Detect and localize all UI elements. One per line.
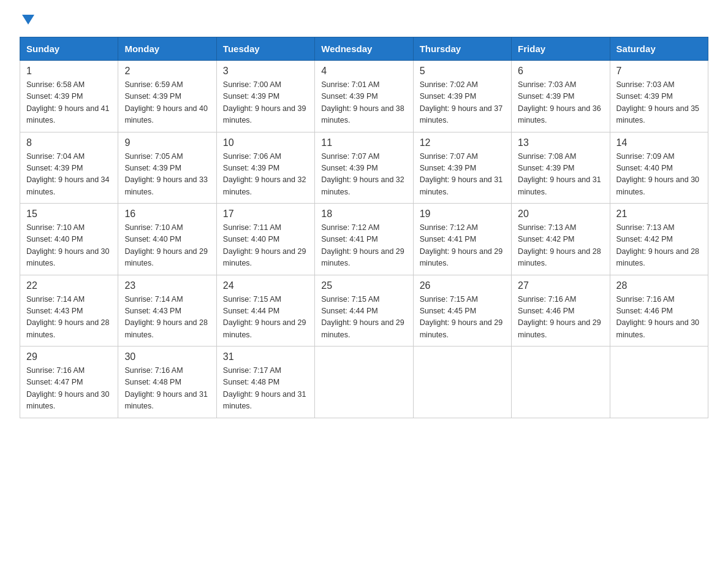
calendar-cell: 12Sunrise: 7:07 AMSunset: 4:39 PMDayligh… [413,132,511,204]
day-info: Sunrise: 7:15 AMSunset: 4:45 PMDaylight:… [420,294,505,342]
week-row-1: 1Sunrise: 6:58 AMSunset: 4:39 PMDaylight… [20,61,708,132]
week-row-3: 15Sunrise: 7:10 AMSunset: 4:40 PMDayligh… [20,204,708,275]
calendar-cell: 21Sunrise: 7:13 AMSunset: 4:42 PMDayligh… [610,204,708,275]
day-info: Sunrise: 7:02 AMSunset: 4:39 PMDaylight:… [420,79,505,127]
calendar-cell: 31Sunrise: 7:17 AMSunset: 4:48 PMDayligh… [216,347,314,418]
col-header-sunday: Sunday [20,37,118,61]
calendar-cell: 8Sunrise: 7:04 AMSunset: 4:39 PMDaylight… [20,132,118,204]
day-number: 31 [223,351,308,362]
day-number: 6 [518,66,603,77]
day-info: Sunrise: 7:14 AMSunset: 4:43 PMDaylight:… [26,294,112,342]
day-number: 30 [124,351,210,362]
day-info: Sunrise: 7:12 AMSunset: 4:41 PMDaylight:… [420,222,505,270]
day-info: Sunrise: 7:16 AMSunset: 4:46 PMDaylight:… [518,294,603,342]
week-row-5: 29Sunrise: 7:16 AMSunset: 4:47 PMDayligh… [20,347,708,418]
calendar-cell: 3Sunrise: 7:00 AMSunset: 4:39 PMDaylight… [216,61,314,132]
calendar-cell: 19Sunrise: 7:12 AMSunset: 4:41 PMDayligh… [413,204,511,275]
day-number: 19 [420,209,505,220]
calendar-cell: 16Sunrise: 7:10 AMSunset: 4:40 PMDayligh… [118,204,216,275]
day-number: 23 [124,280,210,291]
calendar-cell: 6Sunrise: 7:03 AMSunset: 4:39 PMDaylight… [512,61,610,132]
day-number: 13 [518,137,603,148]
page-header [20,15,708,25]
calendar-cell: 1Sunrise: 6:58 AMSunset: 4:39 PMDaylight… [20,61,118,132]
calendar-cell: 24Sunrise: 7:15 AMSunset: 4:44 PMDayligh… [216,275,314,347]
week-row-2: 8Sunrise: 7:04 AMSunset: 4:39 PMDaylight… [20,132,708,204]
calendar-cell: 17Sunrise: 7:11 AMSunset: 4:40 PMDayligh… [216,204,314,275]
day-number: 7 [616,66,702,77]
day-info: Sunrise: 7:12 AMSunset: 4:41 PMDaylight:… [321,222,406,270]
day-info: Sunrise: 7:03 AMSunset: 4:39 PMDaylight:… [518,79,603,127]
logo [20,15,34,25]
day-info: Sunrise: 6:58 AMSunset: 4:39 PMDaylight:… [26,79,112,127]
col-header-wednesday: Wednesday [315,37,413,61]
week-row-4: 22Sunrise: 7:14 AMSunset: 4:43 PMDayligh… [20,275,708,347]
day-number: 27 [518,280,603,291]
day-number: 17 [223,209,308,220]
day-info: Sunrise: 7:04 AMSunset: 4:39 PMDaylight:… [26,151,112,199]
calendar-cell [315,347,413,418]
calendar-cell: 11Sunrise: 7:07 AMSunset: 4:39 PMDayligh… [315,132,413,204]
day-info: Sunrise: 7:09 AMSunset: 4:40 PMDaylight:… [616,151,702,199]
calendar-cell: 2Sunrise: 6:59 AMSunset: 4:39 PMDaylight… [118,61,216,132]
calendar-cell: 5Sunrise: 7:02 AMSunset: 4:39 PMDaylight… [413,61,511,132]
day-info: Sunrise: 6:59 AMSunset: 4:39 PMDaylight:… [124,79,210,127]
day-info: Sunrise: 7:00 AMSunset: 4:39 PMDaylight:… [223,79,308,127]
day-info: Sunrise: 7:16 AMSunset: 4:46 PMDaylight:… [616,294,702,342]
day-number: 1 [26,66,112,77]
day-number: 26 [420,280,505,291]
calendar-cell [413,347,511,418]
calendar-cell: 15Sunrise: 7:10 AMSunset: 4:40 PMDayligh… [20,204,118,275]
calendar-cell: 28Sunrise: 7:16 AMSunset: 4:46 PMDayligh… [610,275,708,347]
day-info: Sunrise: 7:07 AMSunset: 4:39 PMDaylight:… [321,151,406,199]
col-header-saturday: Saturday [610,37,708,61]
calendar-cell: 13Sunrise: 7:08 AMSunset: 4:39 PMDayligh… [512,132,610,204]
day-number: 5 [420,66,505,77]
day-number: 9 [124,137,210,148]
day-info: Sunrise: 7:13 AMSunset: 4:42 PMDaylight:… [518,222,603,270]
day-info: Sunrise: 7:17 AMSunset: 4:48 PMDaylight:… [223,365,308,413]
col-header-friday: Friday [512,37,610,61]
day-number: 15 [26,209,112,220]
calendar-cell [610,347,708,418]
day-number: 28 [616,280,702,291]
day-number: 8 [26,137,112,148]
calendar-table: SundayMondayTuesdayWednesdayThursdayFrid… [20,37,708,418]
calendar-cell: 18Sunrise: 7:12 AMSunset: 4:41 PMDayligh… [315,204,413,275]
calendar-cell: 29Sunrise: 7:16 AMSunset: 4:47 PMDayligh… [20,347,118,418]
day-info: Sunrise: 7:05 AMSunset: 4:39 PMDaylight:… [124,151,210,199]
logo-triangle-icon [22,15,34,25]
day-number: 14 [616,137,702,148]
calendar-cell: 14Sunrise: 7:09 AMSunset: 4:40 PMDayligh… [610,132,708,204]
day-info: Sunrise: 7:06 AMSunset: 4:39 PMDaylight:… [223,151,308,199]
day-info: Sunrise: 7:10 AMSunset: 4:40 PMDaylight:… [26,222,112,270]
col-header-monday: Monday [118,37,216,61]
day-info: Sunrise: 7:01 AMSunset: 4:39 PMDaylight:… [321,79,406,127]
day-number: 25 [321,280,406,291]
logo-blue-text [20,15,34,25]
col-header-thursday: Thursday [413,37,511,61]
calendar-cell: 20Sunrise: 7:13 AMSunset: 4:42 PMDayligh… [512,204,610,275]
calendar-cell: 7Sunrise: 7:03 AMSunset: 4:39 PMDaylight… [610,61,708,132]
day-info: Sunrise: 7:16 AMSunset: 4:47 PMDaylight:… [26,365,112,413]
day-number: 10 [223,137,308,148]
day-info: Sunrise: 7:13 AMSunset: 4:42 PMDaylight:… [616,222,702,270]
day-number: 29 [26,351,112,362]
day-number: 18 [321,209,406,220]
calendar-cell: 26Sunrise: 7:15 AMSunset: 4:45 PMDayligh… [413,275,511,347]
day-info: Sunrise: 7:10 AMSunset: 4:40 PMDaylight:… [124,222,210,270]
calendar-cell: 22Sunrise: 7:14 AMSunset: 4:43 PMDayligh… [20,275,118,347]
day-info: Sunrise: 7:08 AMSunset: 4:39 PMDaylight:… [518,151,603,199]
day-info: Sunrise: 7:11 AMSunset: 4:40 PMDaylight:… [223,222,308,270]
day-info: Sunrise: 7:14 AMSunset: 4:43 PMDaylight:… [124,294,210,342]
calendar-cell: 25Sunrise: 7:15 AMSunset: 4:44 PMDayligh… [315,275,413,347]
day-number: 16 [124,209,210,220]
calendar-cell: 27Sunrise: 7:16 AMSunset: 4:46 PMDayligh… [512,275,610,347]
day-number: 2 [124,66,210,77]
day-info: Sunrise: 7:15 AMSunset: 4:44 PMDaylight:… [223,294,308,342]
day-number: 4 [321,66,406,77]
day-number: 24 [223,280,308,291]
day-number: 21 [616,209,702,220]
day-number: 12 [420,137,505,148]
day-info: Sunrise: 7:03 AMSunset: 4:39 PMDaylight:… [616,79,702,127]
